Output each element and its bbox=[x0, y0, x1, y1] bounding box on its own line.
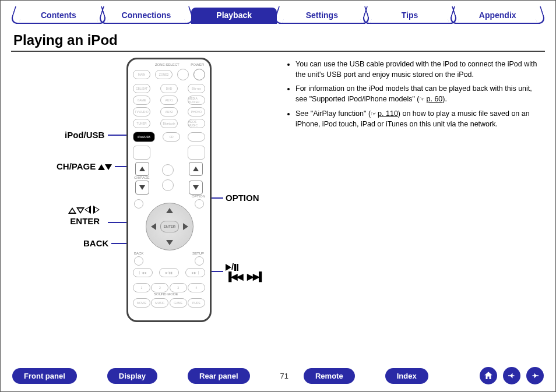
remote-ch-up bbox=[135, 162, 149, 176]
manual-page: Contents Connections Playback Settings T… bbox=[0, 0, 556, 392]
label-transport: / ▐◀◀ ▶▶▌ bbox=[226, 262, 264, 282]
remote-dpad: ENTER bbox=[146, 203, 193, 250]
note-1: You can use the USB cable provided with … bbox=[295, 59, 545, 80]
footer-remote[interactable]: Remote bbox=[304, 368, 355, 384]
note-2: For information on the iPod models that … bbox=[295, 83, 545, 104]
next-track-icon: ▶▶▌ bbox=[247, 271, 264, 281]
link-p110[interactable]: p. 110 bbox=[378, 110, 398, 118]
remote-ch-down bbox=[135, 181, 149, 195]
footer-front-panel[interactable]: Front panel bbox=[12, 368, 77, 384]
tab-tips[interactable]: Tips bbox=[367, 8, 453, 24]
remote-control: ZONE SELECT POWER MAINZONE2 CBL/SATDVDBl… bbox=[126, 58, 212, 322]
footer-bar: Front panel Display Rear panel 71 Remote… bbox=[1, 367, 555, 384]
note-3: See "AirPlay function" (☞p. 110) on how … bbox=[295, 108, 545, 129]
title-rule bbox=[11, 51, 545, 52]
page-title: Playing an iPod bbox=[13, 32, 545, 48]
note-list: You can use the USB cable provided with … bbox=[285, 58, 545, 326]
label-enter-text: ENTER bbox=[70, 216, 100, 226]
label-back: BACK bbox=[83, 238, 108, 248]
page-number: 71 bbox=[280, 372, 288, 380]
prev-track-icon: ▐◀◀ bbox=[226, 271, 242, 281]
remote-ipod-usb-button: iPod/USB bbox=[133, 132, 155, 142]
nav-left-outline-icon bbox=[85, 206, 91, 214]
tab-appendix[interactable]: Appendix bbox=[455, 8, 540, 24]
svg-rect-0 bbox=[508, 375, 515, 376]
label-ch-page-text: CH/PAGE bbox=[57, 161, 96, 171]
triangle-down-icon bbox=[105, 164, 112, 170]
top-tabs: Contents Connections Playback Settings T… bbox=[11, 8, 545, 24]
tab-connections[interactable]: Connections bbox=[104, 8, 189, 24]
pointer-icon: ☞ bbox=[419, 96, 425, 103]
nav-down-outline-icon bbox=[76, 207, 85, 214]
remote-diagram: iPod/USB CH/PAGE ENTER BACK OPTION / ▐◀◀ bbox=[11, 58, 279, 326]
prev-page-icon[interactable] bbox=[503, 367, 520, 384]
footer-display[interactable]: Display bbox=[107, 368, 157, 384]
tab-settings[interactable]: Settings bbox=[279, 8, 365, 24]
footer-rear-panel[interactable]: Rear panel bbox=[188, 368, 249, 384]
nav-up-outline-icon bbox=[68, 207, 76, 214]
svg-rect-1 bbox=[533, 375, 539, 376]
nav-right-outline-icon bbox=[93, 206, 100, 214]
tab-playback[interactable]: Playback bbox=[191, 8, 277, 24]
label-ch-page: CH/PAGE bbox=[57, 161, 112, 171]
home-icon[interactable] bbox=[480, 367, 497, 384]
footer-index[interactable]: Index bbox=[385, 368, 428, 384]
content-body: iPod/USB CH/PAGE ENTER BACK OPTION / ▐◀◀ bbox=[11, 58, 545, 326]
pointer-icon: ☞ bbox=[371, 110, 376, 117]
next-page-icon[interactable] bbox=[526, 367, 544, 384]
pause-bar2-icon bbox=[237, 264, 238, 271]
play-icon bbox=[226, 264, 231, 271]
tab-contents[interactable]: Contents bbox=[16, 8, 101, 24]
link-p60[interactable]: p. 60 bbox=[426, 95, 442, 103]
label-option: OPTION bbox=[226, 193, 259, 203]
pause-bar1-icon bbox=[234, 264, 236, 271]
label-ipod-usb: iPod/USB bbox=[65, 130, 104, 140]
label-enter: ENTER bbox=[68, 206, 100, 227]
triangle-up-icon bbox=[98, 164, 105, 170]
